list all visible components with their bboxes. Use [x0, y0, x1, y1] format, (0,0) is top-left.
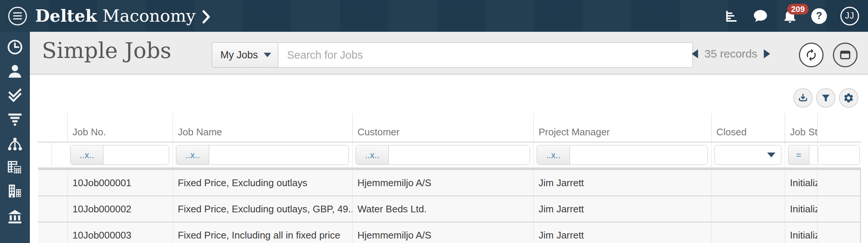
refresh-button[interactable] [799, 43, 824, 67]
cell-job-status: Initialized [785, 170, 817, 196]
sidebar-item-time[interactable] [0, 36, 30, 58]
column-header-closed[interactable]: Closed [711, 113, 785, 142]
brand-logo[interactable]: Deltek Maconomy [35, 6, 211, 26]
table-row[interactable]: 10Job000001 Fixed Price, Excluding outla… [38, 170, 861, 196]
column-header-selector [38, 113, 67, 142]
notifications-bell-icon[interactable]: 209 [782, 8, 798, 24]
analytics-bars-icon[interactable] [724, 9, 739, 24]
cell-selector [38, 222, 67, 243]
sidebar-item-filter[interactable] [0, 108, 30, 130]
filter-dropdown-closed[interactable] [714, 145, 781, 165]
layout-toggle-button[interactable] [833, 43, 858, 67]
cell-project-manager: Jim Jarrett [533, 222, 711, 243]
filter-operator-job-no[interactable]: ..x.. [71, 145, 103, 164]
previous-page-icon[interactable] [692, 49, 698, 58]
buildings-icon [6, 182, 24, 200]
hierarchy-icon [6, 135, 24, 153]
maconomy-app: Deltek Maconomy 209 ? JJ [0, 0, 868, 243]
column-header-job-no[interactable]: Job No. [67, 113, 173, 142]
notification-count-badge: 209 [787, 4, 809, 15]
column-header-job-name[interactable]: Job Name [173, 113, 352, 142]
filter-cell-closed [711, 142, 785, 167]
filter-input-job-status[interactable] [809, 145, 817, 164]
bank-icon [6, 207, 24, 225]
search-scope-dropdown[interactable]: My Jobs [212, 42, 278, 68]
calculator-icon [6, 159, 24, 176]
filter-operator-job-status[interactable]: = [788, 145, 809, 164]
table-row[interactable]: 10Job000002 Fixed Price, Excluding outla… [38, 196, 861, 222]
filter-cell-project-manager: ..x.. [533, 142, 711, 167]
cell-customer: Hjemmemiljo A/S [352, 222, 533, 243]
records-pager: 35 records [692, 45, 770, 62]
filter-input-job-name[interactable] [209, 145, 348, 164]
cell-job-name: Fixed Price, Excluding outlays, GBP, 49.… [173, 196, 352, 222]
cell-extra [817, 170, 861, 196]
sidebar-item-bank[interactable] [0, 205, 30, 227]
next-page-icon[interactable] [764, 49, 770, 58]
cell-closed [711, 222, 785, 243]
filter-operator-job-name[interactable]: ..x.. [176, 145, 209, 164]
filter-cell-job-no: ..x.. [67, 142, 173, 167]
chat-bubble-icon[interactable] [752, 8, 769, 24]
search-scope-label: My Jobs [220, 49, 258, 61]
filter-cell-job-name: ..x.. [173, 142, 352, 167]
filter-operator-project-manager[interactable]: ..x.. [537, 145, 570, 164]
export-button[interactable] [793, 88, 813, 108]
filter-bars-icon [7, 111, 23, 127]
brand-maconomy: Maconomy [102, 6, 195, 26]
sidebar-item-organization[interactable] [0, 133, 30, 155]
search-group: My Jobs [212, 42, 693, 68]
filter-row-divider [52, 143, 52, 166]
filter-button[interactable] [816, 88, 836, 108]
cell-customer: Water Beds Ltd. [352, 196, 533, 222]
clock-icon [6, 38, 24, 56]
cell-job-no: 10Job000001 [67, 170, 173, 196]
page-title: Simple Jobs [42, 38, 171, 63]
cell-customer: Hjemmemiljo A/S [352, 170, 533, 196]
gear-icon [843, 92, 854, 104]
filter-input-job-no[interactable] [103, 145, 169, 164]
filter-cell-customer: ..x.. [352, 142, 533, 167]
cell-closed [711, 196, 785, 222]
chevron-down-icon [264, 53, 271, 57]
refresh-icon [805, 48, 818, 62]
brand-deltek: Deltek [35, 6, 97, 26]
column-header-project-manager[interactable]: Project Manager [533, 113, 711, 142]
sidebar-item-company[interactable] [0, 180, 30, 202]
page-header: Simple Jobs My Jobs 35 records [30, 32, 868, 75]
filter-cell-selector [38, 142, 67, 167]
settings-button[interactable] [839, 88, 858, 108]
filter-cell-job-status: = [785, 142, 817, 167]
filter-input-extra[interactable] [818, 145, 859, 164]
cell-job-status: Initialized [785, 196, 817, 222]
table-filter-row: ..x.. ..x.. ..x.. ..x.. [38, 142, 861, 167]
cell-project-manager: Jim Jarrett [533, 196, 711, 222]
search-input[interactable] [278, 42, 693, 68]
filter-funnel-icon [821, 93, 831, 103]
cell-selector [38, 196, 67, 222]
cell-job-name: Fixed Price, Including all in fixed pric… [173, 222, 352, 243]
double-check-icon [6, 86, 24, 104]
cell-extra [817, 222, 861, 243]
help-icon[interactable]: ? [811, 8, 827, 24]
sidebar-item-employee[interactable] [0, 61, 30, 82]
jobs-table: Job No. Job Name Customer Project Manage… [38, 113, 861, 243]
column-header-job-status[interactable]: Job Status [785, 113, 817, 142]
sidebar-item-finance[interactable] [0, 157, 30, 178]
sidebar-item-approval[interactable] [0, 84, 30, 106]
filter-body-separator [38, 167, 861, 170]
user-avatar[interactable]: JJ [840, 7, 859, 25]
cell-selector [38, 170, 67, 196]
filter-input-customer[interactable] [389, 145, 530, 164]
topbar-icons: 209 ? JJ [724, 0, 859, 32]
filter-operator-customer[interactable]: ..x.. [356, 145, 389, 164]
download-icon [797, 92, 809, 104]
filter-input-project-manager[interactable] [570, 145, 707, 164]
column-header-customer[interactable]: Customer [352, 113, 533, 142]
cell-job-no: 10Job000002 [67, 196, 173, 222]
table-row[interactable]: 10Job000003 Fixed Price, Including all i… [38, 222, 861, 243]
sidebar [0, 32, 30, 243]
hamburger-menu-icon[interactable] [8, 7, 27, 25]
cell-job-status: Initialized [785, 222, 817, 243]
top-bar: Deltek Maconomy 209 ? JJ [0, 0, 868, 32]
